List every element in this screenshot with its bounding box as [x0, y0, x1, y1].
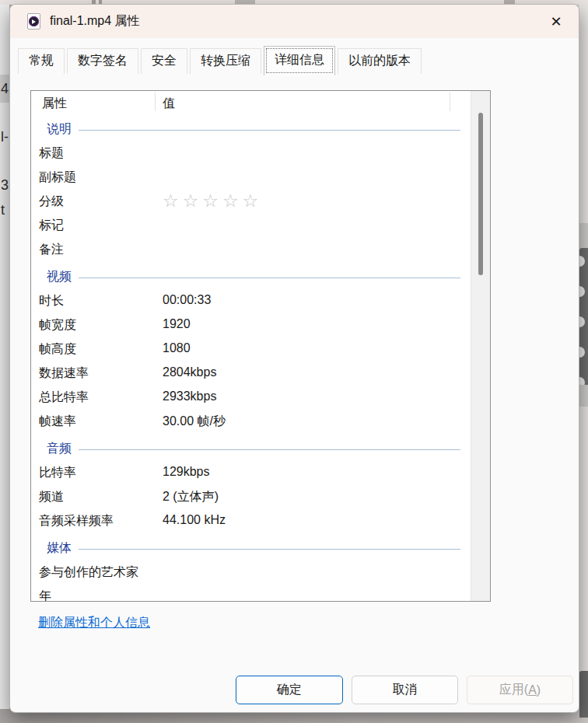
tab-previous-versions[interactable]: 以前的版本 — [338, 48, 422, 74]
section-divider — [79, 549, 460, 550]
tab-convert-compress[interactable]: 转换压缩 — [190, 48, 261, 74]
column-divider[interactable] — [155, 93, 156, 111]
cancel-button[interactable]: 取消 — [352, 676, 458, 704]
row-value: 2933kbps — [163, 389, 216, 403]
detail-row[interactable]: 比特率129kbps — [31, 461, 490, 485]
section-header: 音频 — [31, 437, 490, 461]
row-label: 帧宽度 — [39, 317, 76, 334]
apply-mnemonic: A — [528, 683, 537, 697]
detail-row[interactable]: 帧宽度1920 — [31, 313, 490, 337]
detail-row[interactable]: 帧高度1080 — [31, 337, 490, 362]
tab-details[interactable]: 详细信息 — [264, 46, 335, 75]
tab-label: 转换压缩 — [201, 54, 250, 67]
row-label: 比特率 — [39, 465, 76, 481]
rating-stars[interactable]: ☆☆☆☆☆ — [163, 190, 262, 211]
section-label: 说明 — [47, 121, 72, 138]
list-header: 属性 值 — [31, 91, 490, 114]
close-icon[interactable]: ✕ — [541, 9, 571, 34]
detail-row[interactable]: 分级☆☆☆☆☆ — [31, 190, 490, 214]
row-value: 129kbps — [163, 465, 210, 479]
background-text-fragment: l- — [1, 129, 9, 145]
video-file-icon — [27, 13, 40, 30]
detail-row[interactable]: 总比特率2933kbps — [31, 386, 490, 410]
row-label: 数据速率 — [39, 365, 89, 382]
remove-properties-link[interactable]: 删除属性和个人信息 — [38, 615, 150, 631]
background-window-right — [579, 5, 588, 709]
tab-label: 安全 — [152, 54, 177, 67]
title-bar: final-1.mp4 属性 ✕ — [10, 5, 579, 38]
properties-dialog: final-1.mp4 属性 ✕ 常规数字签名安全转换压缩详细信息以前的版本 属… — [9, 4, 579, 713]
star-icon[interactable]: ☆ — [222, 190, 239, 211]
details-listview: 属性 值 说明标题副标题分级☆☆☆☆☆标记备注视频时长00:00:33帧宽度19… — [30, 90, 491, 602]
section-header: 视频 — [31, 265, 490, 289]
detail-row[interactable]: 频道2 (立体声) — [31, 485, 490, 509]
section-label: 媒体 — [47, 540, 72, 557]
row-value: 1920 — [163, 317, 191, 331]
row-label: 音频采样频率 — [39, 513, 114, 529]
tab-label: 详细信息 — [275, 53, 324, 66]
detail-row[interactable]: 时长00:00:33 — [31, 289, 490, 313]
tab-label: 常规 — [29, 54, 54, 67]
detail-row[interactable]: 标记 — [31, 214, 490, 238]
background-thumbnail-fragment — [579, 385, 588, 407]
tab-general[interactable]: 常规 — [18, 48, 65, 74]
section-label: 视频 — [47, 269, 72, 285]
section-divider — [79, 130, 460, 131]
row-label: 帧速率 — [39, 414, 76, 430]
detail-row[interactable]: 年 — [31, 585, 490, 601]
background-thumbnail-fragment — [579, 223, 588, 248]
window-title: final-1.mp4 属性 — [50, 13, 140, 30]
row-label: 标题 — [39, 145, 64, 162]
section-label: 音频 — [47, 441, 72, 457]
detail-row[interactable]: 数据速率2804kbps — [31, 362, 490, 386]
column-header-value[interactable]: 值 — [163, 96, 175, 112]
section-header: 说明 — [31, 117, 490, 141]
background-text-fragment: 4 — [1, 81, 9, 97]
detail-row[interactable]: 音频采样频率44.100 kHz — [31, 509, 490, 533]
detail-row[interactable]: 副标题 — [31, 166, 490, 190]
section-divider — [79, 449, 460, 450]
row-label: 参与创作的艺术家 — [39, 564, 138, 581]
detail-row[interactable]: 标题 — [31, 141, 490, 166]
star-icon[interactable]: ☆ — [183, 190, 199, 211]
background-window-left: 4l-3t — [0, 5, 9, 709]
section-divider — [79, 278, 460, 278]
detail-row[interactable]: 备注 — [31, 238, 490, 262]
star-icon[interactable]: ☆ — [202, 190, 219, 211]
tab-security[interactable]: 安全 — [141, 48, 187, 74]
row-value: 44.100 kHz — [163, 513, 226, 527]
row-label: 帧高度 — [39, 341, 76, 358]
tab-bar: 常规数字签名安全转换压缩详细信息以前的版本 — [18, 47, 424, 74]
row-value: 00:00:33 — [163, 293, 211, 307]
row-value: 30.00 帧/秒 — [163, 414, 226, 430]
row-label: 副标题 — [39, 169, 76, 186]
background-thumbnail-fragment — [579, 671, 588, 718]
ok-button[interactable]: 确定 — [236, 676, 343, 704]
section-header: 媒体 — [31, 536, 490, 561]
row-label: 时长 — [39, 293, 64, 309]
row-label: 年 — [39, 589, 51, 601]
apply-label: 应用( — [499, 682, 528, 698]
star-icon[interactable]: ☆ — [163, 190, 179, 211]
detail-row[interactable]: 帧速率30.00 帧/秒 — [31, 410, 490, 434]
filmstrip-thumbnail-fragment — [579, 248, 588, 385]
scrollbar-track[interactable] — [471, 91, 490, 601]
row-value: 1080 — [163, 341, 191, 355]
column-divider[interactable] — [450, 93, 450, 111]
row-label: 分级 — [39, 194, 64, 210]
scrollbar-thumb[interactable] — [478, 113, 483, 275]
details-rows: 说明标题副标题分级☆☆☆☆☆标记备注视频时长00:00:33帧宽度1920帧高度… — [31, 114, 490, 601]
row-label: 备注 — [39, 242, 64, 258]
detail-row[interactable]: 参与创作的艺术家 — [31, 561, 490, 585]
apply-button-disabled[interactable]: 应用(A) — [467, 676, 573, 704]
row-value: 2 (立体声) — [163, 489, 219, 505]
column-header-property[interactable]: 属性 — [42, 96, 67, 112]
tab-label: 数字签名 — [78, 54, 128, 67]
star-icon[interactable]: ☆ — [243, 190, 259, 211]
row-label: 标记 — [39, 218, 64, 234]
tab-digital-signatures[interactable]: 数字签名 — [67, 48, 138, 74]
background-text-fragment: t — [1, 202, 5, 218]
apply-label: ) — [537, 683, 541, 697]
row-label: 总比特率 — [39, 389, 89, 406]
tab-label: 以前的版本 — [348, 54, 411, 67]
